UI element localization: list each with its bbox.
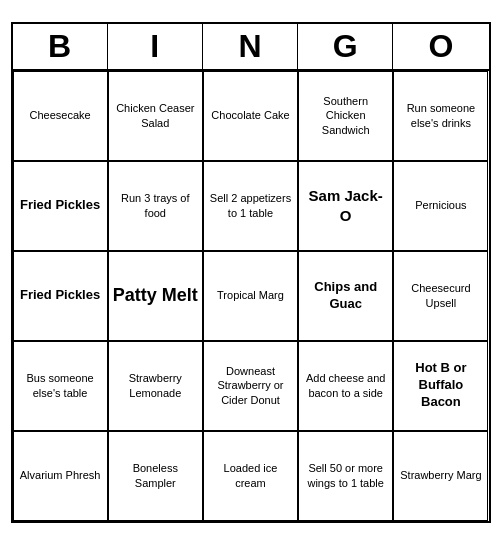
bingo-cell-10[interactable]: Fried Pickles — [13, 251, 108, 341]
header-letter: B — [13, 24, 108, 69]
header-letter: N — [203, 24, 298, 69]
bingo-cell-18[interactable]: Add cheese and bacon to a side — [298, 341, 393, 431]
bingo-cell-0[interactable]: Cheesecake — [13, 71, 108, 161]
bingo-cell-17[interactable]: Downeast Strawberry or Cider Donut — [203, 341, 298, 431]
bingo-cell-5[interactable]: Fried Pickles — [13, 161, 108, 251]
bingo-cell-14[interactable]: Cheesecurd Upsell — [393, 251, 488, 341]
header-letter: I — [108, 24, 203, 69]
bingo-cell-2[interactable]: Chocolate Cake — [203, 71, 298, 161]
bingo-cell-8[interactable]: Sam Jack-O — [298, 161, 393, 251]
header-letter: O — [393, 24, 488, 69]
bingo-cell-16[interactable]: Strawberry Lemonade — [108, 341, 203, 431]
bingo-cell-3[interactable]: Southern Chicken Sandwich — [298, 71, 393, 161]
bingo-cell-4[interactable]: Run someone else's drinks — [393, 71, 488, 161]
bingo-cell-24[interactable]: Strawberry Marg — [393, 431, 488, 521]
bingo-cell-7[interactable]: Sell 2 appetizers to 1 table — [203, 161, 298, 251]
bingo-cell-20[interactable]: Alvarium Phresh — [13, 431, 108, 521]
bingo-cell-1[interactable]: Chicken Ceaser Salad — [108, 71, 203, 161]
header-letter: G — [298, 24, 393, 69]
bingo-header: BINGO — [13, 24, 489, 71]
bingo-cell-6[interactable]: Run 3 trays of food — [108, 161, 203, 251]
bingo-cell-22[interactable]: Loaded ice cream — [203, 431, 298, 521]
bingo-cell-19[interactable]: Hot B or Buffalo Bacon — [393, 341, 488, 431]
bingo-card: BINGO CheesecakeChicken Ceaser SaladChoc… — [11, 22, 491, 523]
bingo-grid: CheesecakeChicken Ceaser SaladChocolate … — [13, 71, 489, 521]
bingo-cell-12[interactable]: Tropical Marg — [203, 251, 298, 341]
bingo-cell-21[interactable]: Boneless Sampler — [108, 431, 203, 521]
bingo-cell-15[interactable]: Bus someone else's table — [13, 341, 108, 431]
bingo-cell-23[interactable]: Sell 50 or more wings to 1 table — [298, 431, 393, 521]
bingo-cell-13[interactable]: Chips and Guac — [298, 251, 393, 341]
bingo-cell-9[interactable]: Pernicious — [393, 161, 488, 251]
bingo-cell-11[interactable]: Patty Melt — [108, 251, 203, 341]
